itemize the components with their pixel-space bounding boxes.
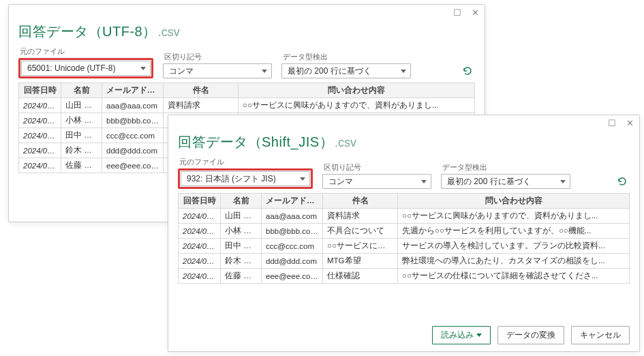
- cell-mail: eee@eee.co.jp: [262, 269, 323, 284]
- cell-name: 佐藤 良太: [61, 158, 102, 173]
- delimiter-combo-value: コンマ: [328, 176, 353, 188]
- cell-name: 鈴木 春子: [221, 254, 262, 269]
- cell-name: 田中 一郎: [221, 239, 262, 254]
- col-header: 回答日時: [179, 194, 221, 209]
- col-header: 名前: [61, 83, 102, 98]
- col-header: 回答日時: [19, 83, 61, 98]
- maximize-icon[interactable]: ☐: [452, 7, 463, 18]
- cell-subj: 不具合について: [323, 224, 398, 239]
- cell-subj: 資料請求: [164, 98, 239, 113]
- load-button-label: 読み込み: [441, 329, 474, 341]
- preview-table: 回答日時 名前 メールアドレス 件名 問い合わせ内容 2024/07/30山田 …: [178, 193, 630, 284]
- cell-date: 2024/07/30: [179, 269, 221, 284]
- titlebar: ☐ ✕: [168, 115, 639, 130]
- cell-name: 山田 太郎: [221, 209, 262, 224]
- dialog-heading: 回答データ（UTF-8）.csv: [9, 20, 485, 46]
- dialog-sjis: ☐ ✕ 回答データ（Shift_JIS）.csv 元のファイル 932: 日本語…: [168, 115, 640, 352]
- delimiter-label: 区切り記号: [163, 52, 272, 62]
- col-header: メールアドレス: [262, 194, 323, 209]
- cell-subj: ○○サービスについて: [323, 239, 398, 254]
- chevron-down-icon: [262, 70, 267, 73]
- delimiter-combo[interactable]: コンマ: [322, 174, 431, 189]
- cell-body: ○○サービスに興味がありますので、資料がありまし...: [239, 98, 475, 113]
- delimiter-combo-value: コンマ: [169, 65, 194, 77]
- cell-mail: eee@eee.co.jp: [102, 158, 164, 173]
- cancel-button-label: キャンセル: [580, 329, 621, 341]
- dialog-heading: 回答データ（Shift_JIS）.csv: [168, 130, 639, 157]
- cell-name: 小林 花子: [221, 224, 262, 239]
- col-header: 件名: [323, 194, 398, 209]
- detect-combo-value: 最初の 200 行に基づく: [288, 65, 371, 77]
- cell-date: 2024/07/30: [179, 254, 221, 269]
- col-header: 問い合わせ内容: [398, 194, 630, 209]
- table-row: 2024/07/30田中 一郎ccc@ccc.com○○サービスについてサービス…: [179, 239, 630, 254]
- cancel-button[interactable]: キャンセル: [571, 326, 630, 344]
- table-row: 2024/07/30佐藤 良太eee@eee.co.jp仕様確認○○サービスの仕…: [179, 269, 630, 284]
- dialog-title: 回答データ（UTF-8）: [18, 24, 157, 39]
- col-header: 名前: [221, 194, 262, 209]
- origin-label: 元のファイル: [178, 157, 313, 167]
- dialog-title-ext: .csv: [158, 25, 180, 39]
- detect-combo[interactable]: 最初の 200 行に基づく: [441, 174, 570, 189]
- dialog-title: 回答データ（Shift_JIS）: [178, 134, 333, 149]
- close-icon[interactable]: ✕: [470, 7, 480, 18]
- cell-date: 2024/07/30: [19, 113, 61, 128]
- cell-date: 2024/07/30: [19, 98, 61, 113]
- chevron-down-icon: [560, 180, 566, 183]
- table-row: 2024/07/30小林 花子bbb@bbb.co.jp不具合について先週から○…: [179, 224, 630, 239]
- origin-combo-value: 65001: Unicode (UTF-8): [27, 63, 115, 73]
- controls-row: 元のファイル 932: 日本語 (シフト JIS) 区切り記号 コンマ データ型…: [168, 157, 639, 193]
- col-header: メールアドレス: [102, 83, 164, 98]
- col-header: 件名: [164, 83, 239, 98]
- detect-label: データ型検出: [441, 162, 570, 173]
- delimiter-combo[interactable]: コンマ: [163, 63, 272, 78]
- cell-mail: ddd@ddd.com: [102, 143, 164, 158]
- detect-combo[interactable]: 最初の 200 行に基づく: [281, 63, 411, 78]
- cell-name: 鈴木 春子: [61, 143, 102, 158]
- close-icon[interactable]: ✕: [624, 117, 635, 128]
- cell-mail: aaa@aaa.com: [102, 98, 164, 113]
- highlight-origin: 932: 日本語 (シフト JIS): [178, 168, 313, 189]
- refresh-icon[interactable]: [615, 174, 630, 189]
- controls-row: 元のファイル 65001: Unicode (UTF-8) 区切り記号 コンマ …: [9, 46, 485, 83]
- cell-mail: ccc@ccc.com: [102, 128, 164, 143]
- cell-date: 2024/07/30: [19, 128, 61, 143]
- delimiter-label: 区切り記号: [322, 162, 431, 173]
- dialog-title-ext: .csv: [335, 136, 356, 149]
- cell-body: 弊社環境への導入にあたり、カスタマイズの相談をし...: [398, 254, 630, 269]
- cell-subj: 資料請求: [323, 209, 398, 224]
- maximize-icon[interactable]: ☐: [607, 117, 617, 128]
- chevron-down-icon: [300, 177, 305, 181]
- cell-body: 先週から○○サービスを利用していますが、○○機能...: [398, 224, 630, 239]
- chevron-down-icon: [476, 333, 482, 337]
- table-row: 2024/07/30山田 太郎aaa@aaa.com資料請求○○サービスに興味が…: [19, 98, 475, 113]
- cell-date: 2024/07/30: [179, 209, 221, 224]
- cell-mail: bbb@bbb.co.jp: [102, 113, 164, 128]
- origin-combo[interactable]: 932: 日本語 (シフト JIS): [181, 171, 310, 186]
- origin-combo-value: 932: 日本語 (シフト JIS): [187, 173, 276, 185]
- cell-subj: MTG希望: [323, 254, 398, 269]
- cell-name: 小林 花子: [61, 113, 102, 128]
- cell-date: 2024/07/30: [19, 143, 61, 158]
- load-button[interactable]: 読み込み: [432, 326, 491, 344]
- cell-mail: ccc@ccc.com: [262, 239, 323, 254]
- dialog-buttons: 読み込み データの変換 キャンセル: [432, 326, 630, 344]
- origin-combo[interactable]: 65001: Unicode (UTF-8): [21, 61, 151, 76]
- chevron-down-icon: [401, 70, 406, 73]
- table-row: 2024/07/30山田 太郎aaa@aaa.com資料請求○○サービスに興味が…: [179, 209, 630, 224]
- transform-button-label: データの変換: [506, 329, 555, 341]
- origin-label: 元のファイル: [18, 46, 153, 57]
- highlight-origin: 65001: Unicode (UTF-8): [18, 58, 153, 78]
- cell-date: 2024/07/30: [179, 224, 221, 239]
- cell-date: 2024/07/30: [19, 158, 61, 173]
- chevron-down-icon: [140, 67, 146, 70]
- cell-name: 山田 太郎: [61, 98, 102, 113]
- cell-body: サービスの導入を検討しています。プランの比較資料...: [398, 239, 630, 254]
- cell-body: ○○サービスの仕様について詳細を確認させてくださ...: [398, 269, 630, 284]
- transform-button[interactable]: データの変換: [497, 326, 564, 344]
- cell-date: 2024/07/30: [179, 239, 221, 254]
- table-row: 2024/07/30鈴木 春子ddd@ddd.comMTG希望弊社環境への導入に…: [179, 254, 630, 269]
- cell-subj: 仕様確認: [323, 269, 398, 284]
- detect-label: データ型検出: [281, 52, 411, 62]
- refresh-icon[interactable]: [460, 63, 475, 78]
